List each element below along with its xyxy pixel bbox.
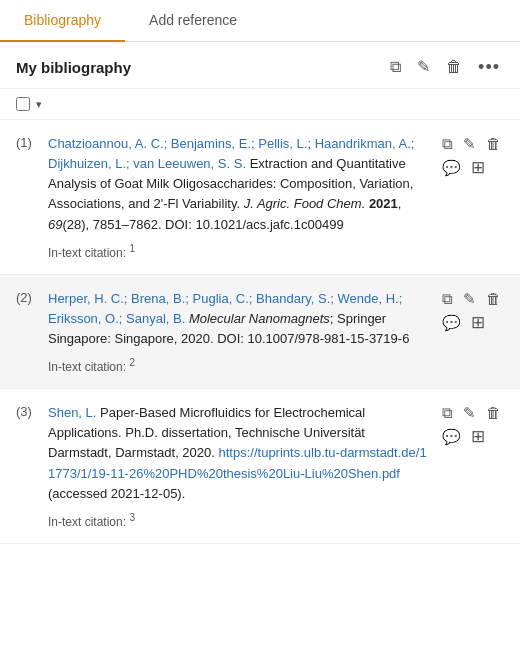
ref-text: Chatzioannou, A. C.; Benjamins, E.; Pell…: [48, 134, 430, 235]
tab-add-reference[interactable]: Add reference: [125, 0, 261, 41]
ref-copy-button[interactable]: ⧉: [440, 134, 455, 153]
ref-content: Chatzioannou, A. C.; Benjamins, E.; Pell…: [48, 134, 430, 260]
edit-button[interactable]: ✎: [413, 57, 434, 77]
ref-content: Herper, H. C.; Brena, B.; Puglia, C.; Bh…: [48, 289, 430, 374]
ref-edit-button[interactable]: ✎: [461, 403, 478, 422]
title-bar: My bibliography ⧉ ✎ 🗑 •••: [0, 42, 520, 89]
ref-copy-button[interactable]: ⧉: [440, 289, 455, 308]
more-button[interactable]: •••: [474, 56, 504, 78]
ref-actions-row-2: 💬 ⊞: [440, 157, 504, 178]
reference-item: (2) Herper, H. C.; Brena, B.; Puglia, C.…: [0, 275, 520, 389]
ref-number: (2): [16, 289, 38, 374]
ref-delete-button[interactable]: 🗑: [484, 134, 503, 153]
ref-copy-button[interactable]: ⧉: [440, 403, 455, 422]
ref-actions-row-2: 💬 ⊞: [440, 426, 504, 447]
ref-add-button[interactable]: ⊞: [469, 426, 487, 447]
ref-actions-row-1: ⧉ ✎ 🗑: [440, 403, 504, 422]
citation-number: 1: [129, 243, 135, 254]
reference-list: (1) Chatzioannou, A. C.; Benjamins, E.; …: [0, 120, 520, 544]
expand-chevron[interactable]: ▾: [36, 98, 42, 111]
ref-actions: ⧉ ✎ 🗑 💬 ⊞: [440, 289, 504, 374]
edit-icon: ✎: [417, 58, 430, 75]
header-tabs: Bibliography Add reference: [0, 0, 520, 42]
ref-actions-row-1: ⧉ ✎ 🗑: [440, 289, 504, 308]
ref-comment-button[interactable]: 💬: [440, 313, 463, 332]
trash-icon: 🗑: [446, 58, 462, 75]
citation-label: In-text citation:: [48, 246, 126, 260]
ref-add-button[interactable]: ⊞: [469, 312, 487, 333]
ref-number: (1): [16, 134, 38, 260]
ref-edit-button[interactable]: ✎: [461, 134, 478, 153]
ref-author: Shen, L.: [48, 405, 96, 420]
ref-number: (3): [16, 403, 38, 529]
ref-journal: J. Agric. Food Chem.: [244, 196, 366, 211]
title-actions: ⧉ ✎ 🗑 •••: [386, 56, 504, 78]
more-icon: •••: [478, 57, 500, 77]
ref-comment-button[interactable]: 💬: [440, 158, 463, 177]
ref-add-button[interactable]: ⊞: [469, 157, 487, 178]
ref-delete-button[interactable]: 🗑: [484, 289, 503, 308]
ref-content: Shen, L. Paper-Based Microfluidics for E…: [48, 403, 430, 529]
page-title: My bibliography: [16, 59, 131, 76]
delete-button[interactable]: 🗑: [442, 57, 466, 77]
in-text-citation: In-text citation: 2: [48, 357, 430, 374]
in-text-citation: In-text citation: 1: [48, 243, 430, 260]
ref-actions: ⧉ ✎ 🗑 💬 ⊞: [440, 403, 504, 529]
reference-item: (1) Chatzioannou, A. C.; Benjamins, E.; …: [0, 120, 520, 275]
reference-item: (3) Shen, L. Paper-Based Microfluidics f…: [0, 389, 520, 544]
ref-actions-row-2: 💬 ⊞: [440, 312, 504, 333]
select-all-row: ▾: [0, 89, 520, 120]
ref-actions: ⧉ ✎ 🗑 💬 ⊞: [440, 134, 504, 260]
copy-button[interactable]: ⧉: [386, 57, 405, 77]
in-text-citation: In-text citation: 3: [48, 512, 430, 529]
ref-actions-row-1: ⧉ ✎ 🗑: [440, 134, 504, 153]
citation-number: 3: [129, 512, 135, 523]
tab-bibliography[interactable]: Bibliography: [0, 0, 125, 42]
citation-number: 2: [129, 357, 135, 368]
ref-text: Shen, L. Paper-Based Microfluidics for E…: [48, 403, 430, 504]
citation-label: In-text citation:: [48, 515, 126, 529]
copy-icon: ⧉: [390, 58, 401, 75]
ref-comment-button[interactable]: 💬: [440, 427, 463, 446]
ref-edit-button[interactable]: ✎: [461, 289, 478, 308]
citation-label: In-text citation:: [48, 360, 126, 374]
ref-text: Herper, H. C.; Brena, B.; Puglia, C.; Bh…: [48, 289, 430, 349]
select-all-checkbox[interactable]: [16, 97, 30, 111]
ref-delete-button[interactable]: 🗑: [484, 403, 503, 422]
